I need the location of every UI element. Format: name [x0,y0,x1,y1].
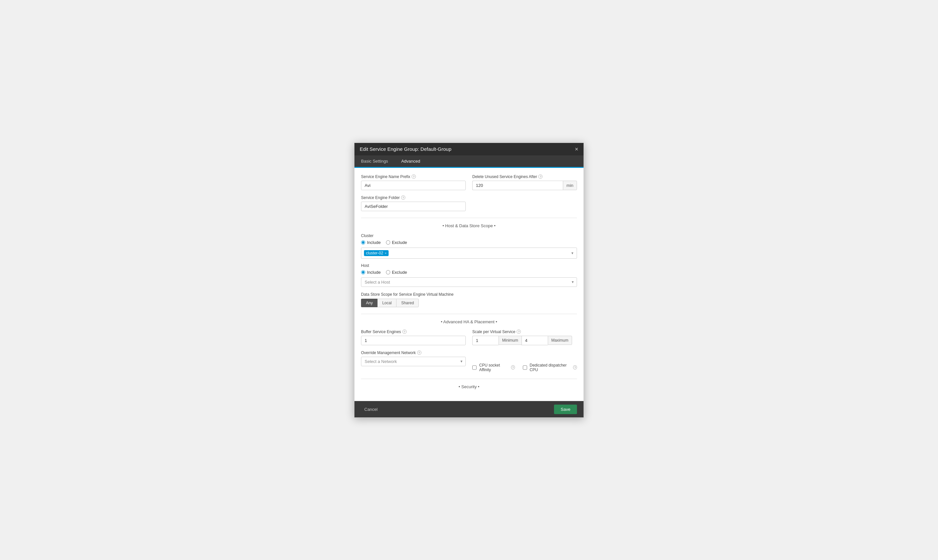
data-store-scope-label: Data Store Scope for Service Engine Virt… [361,292,577,297]
buffer-service-engines-help-icon: ? [403,329,407,334]
cancel-button[interactable]: Cancel [361,405,381,414]
override-mgmt-network-wrapper: Select a Network ▾ [361,357,466,366]
scale-max-input[interactable] [521,336,548,345]
host-group: Host Include Exclude Select a Host ▾ [361,263,577,287]
host-include-radio[interactable] [361,270,365,274]
cpu-checkboxes-group: CPU socket Affinity ? Dedicated dispatch… [472,363,577,372]
cluster-chevron-icon: ▾ [571,251,573,255]
override-management-network-label: Override Management Network ? [361,351,466,355]
cluster-include-radio-label[interactable]: Include [361,240,381,245]
host-datastore-divider [361,218,577,218]
delete-unused-input[interactable] [472,181,563,190]
tab-advanced[interactable]: Advanced [395,155,427,168]
delete-unused-label: Delete Unused Service Engines After ? [472,174,577,179]
cpu-socket-affinity-help-icon: ? [511,365,515,369]
cluster-radio-group: Include Exclude [361,240,577,245]
data-store-scope-group: Data Store Scope for Service Engine Virt… [361,292,577,307]
host-label: Host [361,263,577,268]
scale-min-input[interactable] [472,336,498,345]
advanced-ha-section-title: • Advanced HA & Placement • [361,319,577,324]
data-store-local-btn[interactable]: Local [378,299,396,307]
dialog-body: Service Engine Name Prefix ? Delete Unus… [355,168,583,401]
host-select[interactable]: Select a Host [361,277,577,287]
cluster-exclude-radio-label[interactable]: Exclude [386,240,407,245]
data-store-scope-toggle: Any Local Shared [361,299,577,307]
service-engine-name-prefix-label: Service Engine Name Prefix ? [361,174,466,179]
close-button[interactable]: × [575,146,578,152]
buffer-service-engines-label: Buffer Service Engines ? [361,329,466,334]
tab-basic-settings[interactable]: Basic Settings [355,155,395,168]
override-mgmt-network-select[interactable]: Select a Network [361,357,466,366]
cluster-label: Cluster [361,234,577,238]
dialog-title: Edit Service Engine Group: Default-Group [360,146,451,152]
service-engine-name-prefix-input[interactable] [361,181,466,190]
host-radio-group: Include Exclude [361,270,577,275]
dedicated-dispatcher-cpu-help-icon: ? [573,365,577,369]
delete-unused-help-icon: ? [538,174,543,179]
service-engine-folder-help-icon: ? [401,195,405,200]
scale-per-vs-label: Scale per Virtual Service ? [472,329,577,334]
cluster-exclude-radio[interactable] [386,240,390,245]
service-engine-folder-label: Service Engine Folder ? [361,195,466,200]
data-store-shared-btn[interactable]: Shared [396,299,419,307]
security-section-title: • Security • [361,384,577,389]
dialog-footer: Cancel Save [355,401,583,417]
cpu-socket-affinity-checkbox[interactable] [472,365,477,370]
save-button[interactable]: Save [554,405,577,414]
cluster-tag: cluster-02 × [364,250,389,256]
cpu-socket-affinity-label[interactable]: CPU socket Affinity ? [472,363,515,372]
scale-per-vs-group: Minimum Maximum [472,336,577,345]
host-exclude-radio-label[interactable]: Exclude [386,270,407,275]
cluster-group: Cluster Include Exclude cluster-02 × ▾ [361,234,577,259]
host-exclude-radio[interactable] [386,270,390,274]
dialog-title-bar: Edit Service Engine Group: Default-Group… [355,143,583,155]
host-include-radio-label[interactable]: Include [361,270,381,275]
override-mgmt-network-help-icon: ? [417,351,421,355]
service-engine-folder-input[interactable] [361,202,466,211]
host-select-wrapper: Select a Host ▾ [361,277,577,287]
buffer-service-engines-input[interactable] [361,336,466,345]
tabs-bar: Basic Settings Advanced [355,155,583,168]
dedicated-dispatcher-cpu-checkbox[interactable] [523,365,527,370]
scale-minimum-label: Minimum [498,336,521,345]
scale-maximum-label: Maximum [548,336,572,345]
host-datastore-section-title: • Host & Data Store Scope • [361,223,577,228]
advanced-ha-divider [361,314,577,314]
edit-service-engine-group-dialog: Edit Service Engine Group: Default-Group… [354,143,584,418]
delete-unused-unit: min [563,181,577,190]
service-engine-name-prefix-help-icon: ? [412,174,416,179]
data-store-any-btn[interactable]: Any [361,299,378,307]
cluster-tag-input[interactable]: cluster-02 × ▾ [361,248,577,259]
cluster-tag-remove[interactable]: × [385,251,387,255]
dedicated-dispatcher-cpu-label[interactable]: Dedicated dispatcher CPU ? [523,363,577,372]
scale-per-vs-help-icon: ? [517,329,521,334]
cluster-include-radio[interactable] [361,240,365,245]
